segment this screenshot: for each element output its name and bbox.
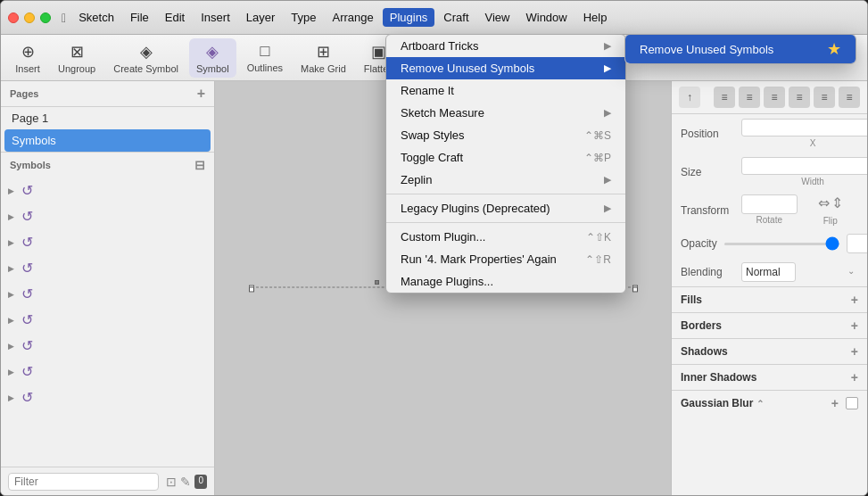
- menu-window[interactable]: Window: [518, 8, 574, 27]
- menu-arrange[interactable]: Arrange: [325, 8, 380, 27]
- edit-icon[interactable]: ✎: [180, 475, 191, 489]
- list-item[interactable]: ▶ ↺: [1, 255, 214, 281]
- blending-select[interactable]: Normal: [741, 262, 796, 282]
- x-input[interactable]: [741, 119, 867, 136]
- list-item[interactable]: ▶ ↺: [1, 307, 214, 333]
- panel-icon-align-left[interactable]: ≡: [714, 87, 735, 108]
- borders-add-icon[interactable]: +: [851, 318, 858, 333]
- opacity-slider[interactable]: [724, 243, 839, 245]
- list-item[interactable]: ▶ ↺: [1, 178, 214, 203]
- run-again-item[interactable]: Run '4. Mark Properties' Again ⌃⇧R: [386, 248, 625, 270]
- remove-unused-symbols-item[interactable]: Remove Unused Symbols ▶: [386, 57, 625, 79]
- inner-shadows-label: Inner Shadows: [681, 371, 756, 384]
- gaussian-expand-icon[interactable]: ⌃: [756, 399, 764, 409]
- panel-icon-export[interactable]: ↑: [679, 87, 700, 108]
- menu-help[interactable]: Help: [576, 8, 615, 27]
- blending-wrapper: Normal: [741, 262, 858, 282]
- list-item[interactable]: ▶ ↺: [1, 359, 214, 384]
- menu-layer[interactable]: Layer: [239, 8, 283, 27]
- menu-file[interactable]: File: [123, 8, 156, 27]
- panel-top-icons: ↑ ≡ ≡ ≡ ≡ ≡ ≡: [672, 81, 867, 114]
- width-input[interactable]: [741, 157, 867, 175]
- symbol-button[interactable]: ◈ Symbol: [189, 38, 236, 78]
- gaussian-blur-section[interactable]: Gaussian Blur ⌃ +: [672, 390, 867, 416]
- flip-horizontal-icon[interactable]: ⇔: [818, 194, 830, 211]
- insert-button[interactable]: ⊕ Insert: [8, 38, 47, 78]
- list-item[interactable]: ▶ ↺: [1, 203, 214, 229]
- rotate-input[interactable]: [741, 194, 798, 214]
- expand-arrow-icon: ▶: [8, 186, 14, 195]
- page-1-item[interactable]: Page 1: [1, 107, 214, 129]
- width-label: Width: [741, 177, 867, 186]
- add-page-button[interactable]: +: [197, 87, 205, 101]
- rename-it-item[interactable]: Rename It: [386, 79, 625, 102]
- gaussian-blur-checkbox[interactable]: [846, 397, 858, 409]
- menu-type[interactable]: Type: [284, 8, 323, 27]
- filter-input[interactable]: [8, 473, 159, 491]
- menu-plugins[interactable]: Plugins: [383, 8, 435, 27]
- panel-icon-align-right[interactable]: ≡: [764, 87, 785, 108]
- borders-section[interactable]: Borders +: [672, 312, 867, 338]
- menubar: Sketch File Edit Insert Layer Type Arran…: [71, 8, 860, 27]
- panel-icon-align-bottom[interactable]: ≡: [839, 87, 860, 108]
- menu-insert[interactable]: Insert: [194, 8, 237, 27]
- swap-styles-item[interactable]: Swap Styles ⌃⌘S: [386, 124, 625, 146]
- remove-unused-symbols-action[interactable]: Remove Unused Symbols ★: [625, 35, 856, 63]
- panel-icon-align-top[interactable]: ≡: [789, 87, 810, 108]
- symbols-page-item[interactable]: Symbols: [4, 129, 211, 152]
- x-label: X: [741, 138, 867, 148]
- panel-icon-align-center[interactable]: ≡: [739, 87, 760, 108]
- create-symbol-icon: ◈: [140, 42, 153, 62]
- maximize-button[interactable]: [40, 12, 51, 23]
- expand-arrow-icon: ▶: [8, 212, 14, 221]
- symbol-icon: ◈: [206, 42, 219, 62]
- expand-arrow-icon: ▶: [8, 342, 14, 351]
- legacy-plugins-item[interactable]: Legacy Plugins (Deprecated) ▶: [386, 197, 625, 219]
- menu-edit[interactable]: Edit: [158, 8, 192, 27]
- fills-section[interactable]: Fills +: [672, 286, 867, 312]
- position-label: Position: [681, 128, 734, 140]
- fills-add-icon[interactable]: +: [851, 293, 858, 307]
- toggle-craft-item[interactable]: Toggle Craft ⌃⌘P: [386, 146, 625, 169]
- inner-shadows-section[interactable]: Inner Shadows +: [672, 364, 867, 390]
- symbol-component-icon: ↺: [21, 389, 33, 406]
- minimize-button[interactable]: [24, 12, 35, 23]
- size-row: Size Width 🔒 Height: [672, 153, 867, 191]
- list-item[interactable]: ▶ ↺: [1, 333, 214, 359]
- grid-view-icon[interactable]: ⊡: [166, 475, 177, 489]
- gaussian-blur-add-icon[interactable]: +: [831, 396, 839, 410]
- remove-unused-symbols-submenu[interactable]: Remove Unused Symbols ★: [624, 34, 856, 64]
- artboard-tricks-label: Artboard Tricks: [401, 39, 478, 53]
- artboard-tricks-item[interactable]: Artboard Tricks ▶: [386, 35, 625, 57]
- sketch-measure-item[interactable]: Sketch Measure ▶: [386, 102, 625, 124]
- ungroup-button[interactable]: ⊠ Ungroup: [51, 38, 103, 78]
- make-grid-button[interactable]: ⊞ Make Grid: [293, 38, 353, 78]
- custom-plugin-item[interactable]: Custom Plugin... ⌃⇧K: [386, 226, 625, 248]
- list-item[interactable]: ▶ ↺: [1, 384, 214, 410]
- menu-craft[interactable]: Craft: [436, 8, 475, 27]
- insert-icon: ⊕: [21, 42, 35, 62]
- symbols-view-icon[interactable]: ⊟: [194, 158, 205, 172]
- menu-view[interactable]: View: [478, 8, 517, 27]
- close-button[interactable]: [8, 12, 19, 23]
- flip-vertical-icon[interactable]: ⇕: [831, 194, 843, 211]
- list-item[interactable]: ▶ ↺: [1, 281, 214, 307]
- opacity-label: Opacity: [681, 237, 717, 250]
- expand-arrow-icon: ▶: [8, 393, 14, 402]
- zeplin-item[interactable]: Zeplin ▶: [386, 169, 625, 191]
- create-symbol-button[interactable]: ◈ Create Symbol: [106, 38, 186, 78]
- panel-icon-align-middle[interactable]: ≡: [814, 87, 835, 108]
- outlines-button[interactable]: □ Outlines: [240, 38, 290, 77]
- symbol-component-icon: ↺: [21, 363, 33, 380]
- inner-shadows-add-icon[interactable]: +: [851, 370, 858, 384]
- manage-plugins-item[interactable]: Manage Plugins...: [386, 270, 625, 293]
- shadows-add-icon[interactable]: +: [851, 344, 858, 359]
- plugins-dropdown[interactable]: Artboard Tricks ▶ Remove Unused Symbols …: [385, 34, 626, 293]
- rotate-label: Rotate: [756, 215, 782, 225]
- list-item[interactable]: ▶ ↺: [1, 229, 214, 255]
- opacity-input[interactable]: [847, 234, 867, 253]
- menu-sketch[interactable]: Sketch: [71, 8, 121, 27]
- outlines-icon: □: [260, 42, 269, 61]
- toggle-craft-shortcut: ⌃⌘P: [584, 152, 611, 164]
- shadows-section[interactable]: Shadows +: [672, 338, 867, 364]
